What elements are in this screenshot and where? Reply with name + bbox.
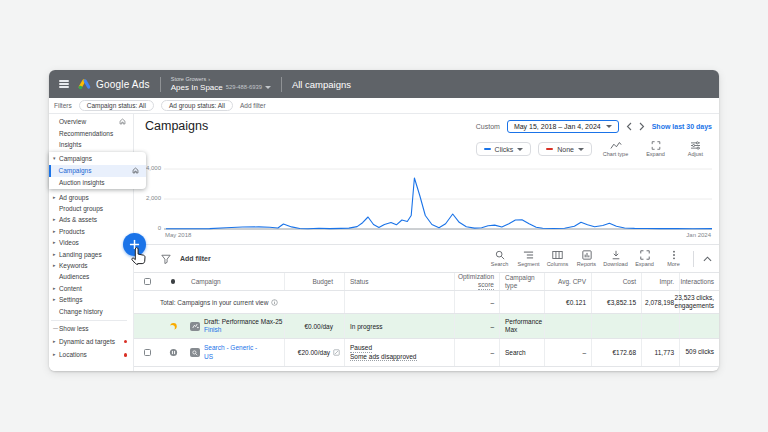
columns-button[interactable]: Columns: [543, 250, 572, 268]
screenshot-stage: Google Ads Store Growers› Apes In Space …: [0, 0, 768, 432]
status-dot-header[interactable]: [160, 273, 186, 290]
add-filter-link[interactable]: Add filter: [240, 102, 266, 109]
metric-2-label: None: [557, 146, 574, 153]
sidebar-item-label: Content: [59, 285, 82, 292]
table-add-filter-button[interactable]: Add filter: [180, 255, 211, 262]
sidebar-item-label: Audiences: [59, 273, 89, 280]
total-interactions: 23,523 clicks, engagements: [680, 291, 719, 313]
campaign-status-filter-chip[interactable]: Campaign status: All: [79, 100, 154, 111]
chevron-down-icon: [517, 148, 523, 151]
campaigns-nav-popup: ▾ Campaigns Campaigns Auction insights: [49, 152, 146, 189]
expand-table-button[interactable]: Expand: [630, 250, 659, 268]
sidebar-item-show-less[interactable]: — Show less: [49, 323, 133, 334]
campaign-header[interactable]: Campaign: [186, 273, 285, 290]
y-axis-tick: 2,000: [135, 195, 161, 201]
chevron-up-icon: [703, 256, 712, 262]
draft-status-cell[interactable]: [160, 314, 186, 338]
campaign-type-cell: Performance Max: [500, 314, 545, 338]
next-period-button[interactable]: [639, 122, 645, 131]
paused-status-cell[interactable]: [160, 339, 186, 366]
reports-button[interactable]: Reports: [572, 250, 601, 268]
optimization-score-header[interactable]: Optimization score: [455, 273, 500, 290]
campaign-type-header[interactable]: Campaign type: [500, 273, 545, 290]
clicks-line-chart[interactable]: [134, 160, 719, 244]
interactions-cell: 509 clicks: [680, 339, 719, 366]
date-range-picker[interactable]: May 15, 2018 – Jan 4, 2024: [507, 120, 619, 133]
chart-type-icon: [610, 141, 622, 150]
avg-cpv-header[interactable]: Avg. CPV: [545, 273, 592, 290]
collapse-chart-button[interactable]: [699, 256, 719, 262]
google-ads-logo[interactable]: Google Ads: [78, 78, 150, 90]
sidebar-item-insights[interactable]: Insights: [49, 139, 133, 150]
chevron-collapsed-icon: ▸: [49, 263, 59, 268]
previous-period-button[interactable]: [626, 122, 632, 131]
metric-2-selector[interactable]: None: [538, 142, 592, 156]
main-content: Campaigns Custom May 15, 2018 – Jan 4, 2…: [134, 114, 719, 371]
chevron-down-icon: [578, 148, 584, 151]
product-name: Google Ads: [96, 79, 150, 90]
sidebar-item-settings[interactable]: ▸ Settings: [49, 294, 133, 305]
chart-type-button[interactable]: Chart type: [599, 141, 632, 158]
status-header[interactable]: Status: [345, 273, 455, 290]
expand-chart-button[interactable]: Expand: [639, 141, 672, 158]
ad-group-status-filter-chip[interactable]: Ad group status: All: [161, 100, 233, 111]
cost-header[interactable]: Cost: [592, 273, 642, 290]
chevron-down-icon: [606, 125, 612, 128]
status-text[interactable]: Paused: [350, 344, 372, 353]
finish-draft-link[interactable]: Finish: [204, 326, 221, 334]
show-last-30-days-link[interactable]: Show last 30 days: [652, 123, 712, 130]
table-row-search-campaign[interactable]: Search - Generic - US €20.00/day Paused …: [134, 339, 719, 367]
sidebar-item-landing-pages[interactable]: ▸ Landing pages: [49, 248, 133, 259]
status-note[interactable]: Some ads disapproved: [350, 353, 417, 362]
sidebar-item-ad-groups[interactable]: ▸ Ad groups: [49, 191, 133, 202]
account-id: 529-488-6939: [226, 84, 262, 91]
sidebar-item-auction-insights[interactable]: Auction insights: [49, 177, 146, 188]
interactions-header[interactable]: Interactions: [680, 273, 719, 290]
account-switcher[interactable]: Store Growers› Apes In Space 529-488-693…: [171, 76, 271, 92]
download-button[interactable]: Download: [601, 250, 630, 268]
sidebar-item-change-history[interactable]: Change history: [49, 305, 133, 316]
row-checkbox[interactable]: [144, 349, 151, 356]
search-campaign-icon: [190, 348, 200, 357]
sidebar-item-videos[interactable]: ▸ Videos: [49, 237, 133, 248]
sidebar-item-product-groups[interactable]: Product groups: [49, 203, 133, 214]
adjust-chart-button[interactable]: Adjust: [679, 141, 712, 158]
x-axis-end-label: Jan 2024: [686, 232, 711, 238]
segment-button[interactable]: Segment: [514, 250, 543, 268]
impr-cell: 11,773: [642, 339, 680, 366]
budget-note-icon[interactable]: [333, 349, 340, 356]
sidebar-item-label: Show less: [59, 325, 89, 332]
search-button[interactable]: Search: [485, 250, 514, 268]
budget-header[interactable]: Budget: [285, 273, 345, 290]
status-dot-icon: [171, 279, 176, 284]
sidebar-item-audiences[interactable]: Audiences: [49, 271, 133, 282]
sidebar-item-ads-assets[interactable]: ▸ Ads & assets: [49, 214, 133, 225]
campaigns-table: Campaign Budget Status Optimization scor…: [134, 273, 719, 367]
sidebar-item-overview[interactable]: Overview: [49, 116, 133, 127]
sidebar-item-keywords[interactable]: ▸ Keywords: [49, 260, 133, 271]
sidebar-item-campaigns-parent[interactable]: ▾ Campaigns: [49, 153, 146, 164]
sidebar-item-content[interactable]: ▸ Content: [49, 283, 133, 294]
campaign-name-link[interactable]: Search - Generic - US: [204, 344, 264, 360]
sidebar-item-locations[interactable]: ▸ Locations: [49, 349, 133, 360]
impr-header[interactable]: Impr.: [642, 273, 680, 290]
sidebar-item-label: Overview: [59, 118, 86, 125]
select-all-checkbox[interactable]: [144, 278, 151, 285]
more-button[interactable]: More: [659, 250, 688, 268]
topbar-divider: [281, 77, 282, 92]
sidebar-item-dynamic-ad-targets[interactable]: ▸ Dynamic ad targets: [49, 334, 133, 349]
hamburger-menu-icon[interactable]: [59, 80, 69, 87]
budget-cell: €0.00/day: [285, 314, 345, 338]
metric-1-selector[interactable]: Clicks: [476, 142, 532, 156]
table-row-draft-campaign[interactable]: Draft: Performance Max-25 Finish €0.00/d…: [134, 314, 719, 339]
chevron-collapsed-icon: ▸: [49, 297, 59, 302]
sidebar-item-recommendations[interactable]: Recommendations: [49, 127, 133, 138]
sidebar-item-campaigns-selected[interactable]: Campaigns: [49, 165, 146, 178]
download-icon: [611, 250, 621, 260]
info-icon[interactable]: [271, 299, 278, 306]
total-label-cell: Total: Campaigns in your current view: [160, 291, 285, 313]
sidebar-item-products[interactable]: ▸ Products: [49, 226, 133, 237]
status-cell: Paused Some ads disapproved: [345, 339, 455, 366]
chevron-collapsed-icon: ▸: [49, 286, 59, 291]
filter-funnel-icon[interactable]: [161, 254, 171, 264]
